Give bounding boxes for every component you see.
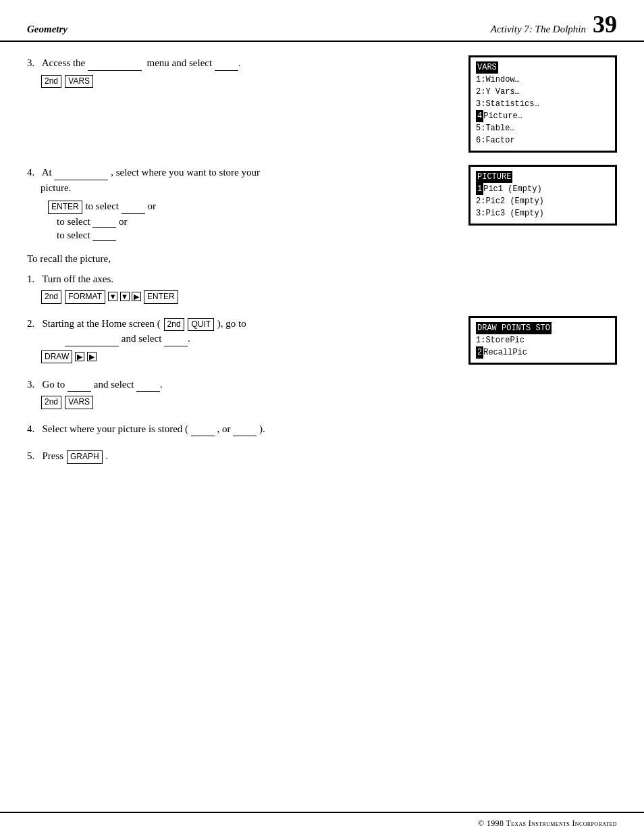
recall-step-3-text: 3. Go to and select . (27, 377, 455, 392)
key-down-2: ▼ (120, 292, 130, 301)
key-enter-2: ENTER (144, 290, 178, 304)
step-3-blank2 (215, 61, 238, 71)
step-4-blank1 (54, 171, 108, 180)
recall-step-5-text: 5. Press GRAPH . (27, 448, 617, 464)
sub1-text: to select (85, 201, 121, 211)
recall-step-2: 2. Starting at the Home screen ( 2nd QUI… (27, 316, 617, 365)
step-4-picture: picture. (41, 180, 455, 196)
recall-step-4-blank1 (191, 427, 215, 436)
recall-step-5-left: 5. Press GRAPH . (27, 448, 617, 464)
step-4: 4. At , select where you want to store y… (27, 165, 617, 241)
recall-step-3-left: 3. Go to and select . 2nd VARS (27, 377, 455, 409)
recall-step-3-blank1 (68, 382, 91, 392)
recall-step-4-comma: , (217, 423, 223, 434)
step-4-at: At (42, 167, 55, 178)
header: Geometry Activity 7: The Dolphin 39 (0, 0, 644, 42)
recall-step-4-blank2 (233, 427, 257, 436)
recall-heading: To recall the picture, (27, 253, 617, 265)
step-3-left: 3. Access the menu and select . 2nd VARS (27, 55, 455, 88)
recall-step-1-num: 1. (27, 273, 40, 284)
recall-section: To recall the picture, 1. Turn off the a… (27, 253, 617, 464)
recall-step-2-goto: and select . (65, 331, 455, 346)
key-draw: DRAW (41, 350, 72, 364)
key-enter-1: ENTER (48, 201, 82, 214)
recall-step-1-label: Turn off the axes. (42, 273, 113, 284)
header-right: Activity 7: The Dolphin 39 (491, 12, 617, 36)
recall-step-3-and: and select (94, 379, 136, 390)
step-3: 3. Access the menu and select . 2nd VARS… (27, 55, 617, 153)
page-number: 39 (593, 12, 617, 36)
step-4-left: 4. At , select where you want to store y… (27, 165, 455, 241)
step-4-screen: PICTURE 1Pic1 (Empty) 2:Pic2 (Empty) 3:P… (468, 165, 617, 226)
header-activity: Activity 7: The Dolphin (491, 24, 586, 35)
step-4-text-middle: , select where you want to store your (111, 167, 260, 178)
step-4-text: 4. At , select where you want to store y… (27, 165, 455, 180)
step-3-num: 3. (27, 57, 40, 68)
recall-step-4-close: ). (259, 423, 265, 434)
recall-step-2-blank1 (65, 337, 119, 346)
content-area: 3. Access the menu and select . 2nd VARS… (0, 42, 644, 490)
key-vars-2: VARS (65, 396, 93, 409)
recall-step-2-text-before: Starting at the Home screen ( (43, 318, 161, 329)
recall-step-1-text: 1. Turn off the axes. (27, 271, 455, 287)
recall-step-4: 4. Select where your picture is stored (… (27, 421, 617, 437)
recall-step-4-text: 4. Select where your picture is stored (… (27, 421, 617, 437)
recall-step-4-or: or (222, 423, 233, 434)
key-graph: GRAPH (67, 450, 103, 464)
recall-step-2-screen: DRAW POINTS STO 1:StorePic 2RecallPic (468, 316, 617, 365)
step-4-sub3: to select (57, 230, 455, 241)
recall-step-4-left: 4. Select where your picture is stored (… (27, 421, 617, 437)
key-down-1: ▼ (108, 292, 117, 301)
recall-step-4-label: Select where your picture is stored ( (43, 423, 189, 434)
key-vars-1: VARS (65, 75, 93, 88)
recall-step-1: 1. Turn off the axes. 2nd FORMAT ▼ ▼ ▶ E… (27, 271, 617, 304)
recall-step-5-press: Press (43, 450, 66, 461)
step-4-sub2-blank (92, 218, 116, 228)
recall-step-5-period: . (105, 450, 108, 461)
step-4-substeps: ENTER to select or to select or to selec… (47, 201, 455, 241)
key-2nd-4: 2nd (41, 396, 61, 409)
recall-step-3-goto: Go to (43, 379, 65, 390)
key-right-3: ▶ (87, 352, 97, 361)
key-quit: QUIT (188, 318, 214, 332)
footer-text: © 1998 Texas Instruments Incorporated (478, 818, 617, 828)
recall-step-2-left: 2. Starting at the Home screen ( 2nd QUI… (27, 316, 455, 364)
recall-step-4-num: 4. (27, 423, 40, 434)
step-4-sub2: to select or (57, 216, 455, 228)
recall-step-3-num: 3. (27, 379, 40, 390)
step-3-text: 3. Access the menu and select . (27, 55, 455, 71)
step-4-sub3-blank (92, 232, 116, 241)
vars-menu-screen: VARS 1:Window… 2:Y Vars… 3:Statistics… 4… (468, 55, 617, 153)
recall-step-2-and: and select (122, 333, 164, 344)
draw-sto-screen: DRAW POINTS STO 1:StorePic 2RecallPic (468, 316, 617, 365)
key-2nd-3: 2nd (164, 318, 184, 332)
sub2-or: or (119, 216, 128, 227)
recall-step-3: 3. Go to and select . 2nd VARS (27, 377, 617, 409)
recall-step-2-text-after: ), go to (217, 318, 246, 329)
recall-step-2-blank2 (164, 337, 188, 346)
recall-step-1-keys: 2nd FORMAT ▼ ▼ ▶ ENTER (41, 290, 455, 304)
page: Geometry Activity 7: The Dolphin 39 3. A… (0, 0, 644, 834)
step-3-text-middle: menu and select (147, 57, 213, 68)
recall-step-3-keys: 2nd VARS (41, 396, 455, 409)
key-2nd-2: 2nd (41, 290, 61, 304)
sub3-text: to select (57, 230, 92, 240)
sub1-or: or (148, 201, 157, 211)
key-2nd-1: 2nd (41, 75, 61, 88)
step-3-keys: 2nd VARS (41, 75, 455, 88)
recall-step-5-num: 5. (27, 450, 40, 461)
step-4-num: 4. (27, 167, 40, 178)
recall-step-3-blank2 (136, 382, 160, 392)
recall-step-2-keys: DRAW ▶ ▶ (41, 350, 455, 364)
step-4-sub1: ENTER to select or (47, 201, 455, 214)
recall-step-5: 5. Press GRAPH . (27, 448, 617, 464)
key-right-2: ▶ (75, 352, 84, 361)
recall-step-2-num: 2. (27, 318, 40, 329)
key-right-1: ▶ (132, 292, 141, 301)
step-4-sub1-blank (122, 205, 145, 214)
recall-step-1-left: 1. Turn off the axes. 2nd FORMAT ▼ ▼ ▶ E… (27, 271, 455, 304)
key-format: FORMAT (65, 290, 105, 304)
footer: © 1998 Texas Instruments Incorporated (0, 812, 644, 834)
step-3-blank1 (88, 61, 142, 71)
step-3-screen: VARS 1:Window… 2:Y Vars… 3:Statistics… 4… (468, 55, 617, 153)
